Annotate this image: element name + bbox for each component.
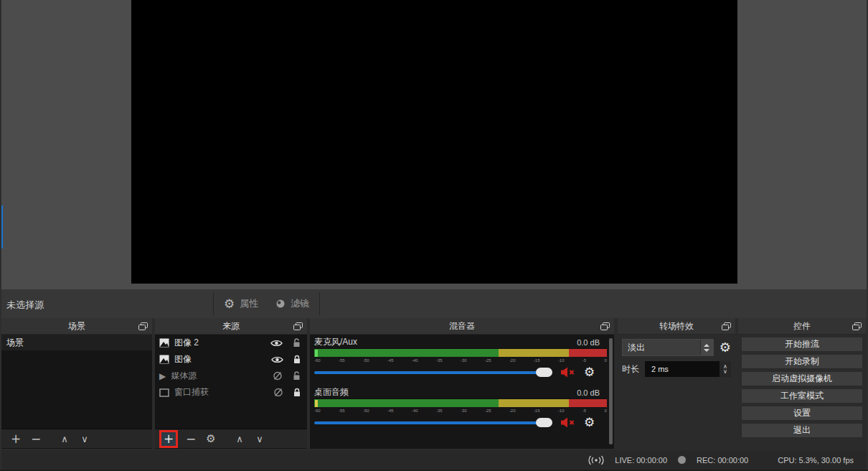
db-scale-label: -50 xyxy=(363,358,369,363)
channel-settings-gear-icon[interactable]: ⚙ xyxy=(584,416,595,429)
scene-list: 场景 xyxy=(1,335,152,429)
volume-slider-handle[interactable] xyxy=(536,418,552,427)
preview-dock xyxy=(0,0,868,289)
start-streaming-button[interactable]: 开始推流 xyxy=(741,337,863,352)
scene-transitions-panel: 转场特效 淡出 ⚙ 时长 2 ms ∧∨ xyxy=(618,318,735,449)
remove-scene-button[interactable]: − xyxy=(26,433,46,445)
scene-list-item[interactable]: 场景 xyxy=(1,335,152,350)
db-scale-label: -35 xyxy=(436,358,443,363)
preview-canvas[interactable] xyxy=(131,0,737,284)
add-source-button[interactable]: + xyxy=(159,430,178,448)
volume-slider[interactable] xyxy=(314,368,552,377)
start-recording-button[interactable]: 开始录制 xyxy=(741,354,863,369)
status-dot-icon xyxy=(678,456,686,464)
mixer-scrollbar[interactable] xyxy=(609,338,613,444)
lock-closed-icon[interactable] xyxy=(293,355,301,364)
volume-slider-handle[interactable] xyxy=(536,368,552,377)
visibility-eye-icon[interactable] xyxy=(271,355,283,364)
mute-speaker-icon[interactable] xyxy=(560,417,576,428)
popout-dock-icon[interactable] xyxy=(293,322,303,330)
db-scale-label: -40 xyxy=(412,408,418,414)
transition-select[interactable]: 淡出 xyxy=(622,339,714,356)
scenes-toolbar: + − ∧ ∨ xyxy=(1,429,152,448)
start-virtual-camera-button[interactable]: 启动虚拟摄像机 xyxy=(741,371,863,386)
db-scale-label: -50 xyxy=(363,408,369,414)
popout-dock-icon[interactable] xyxy=(600,322,610,330)
source-label: 图像 xyxy=(174,353,262,365)
add-scene-button[interactable]: + xyxy=(6,433,26,445)
source-label: 媒体源 xyxy=(171,370,263,382)
remove-source-button[interactable]: − xyxy=(181,433,201,445)
channel-level-db: 0.0 dB xyxy=(577,338,600,347)
db-scale-label: -35 xyxy=(436,408,443,414)
transitions-body: 淡出 ⚙ 时长 2 ms ∧∨ xyxy=(618,335,735,381)
source-row[interactable]: 图像 xyxy=(155,351,307,368)
transition-settings-gear-icon[interactable]: ⚙ xyxy=(720,341,731,354)
transitions-panel-title: 转场特效 xyxy=(659,320,694,332)
settings-button[interactable]: 设置 xyxy=(741,406,863,421)
db-scale-label: -60 xyxy=(314,408,321,414)
properties-button[interactable]: ⚙ 属性 xyxy=(224,297,258,310)
source-row[interactable]: 图像 2 xyxy=(155,335,307,351)
spinbox-arrows-icon[interactable]: ∧∨ xyxy=(720,361,731,377)
controls-panel-title: 控件 xyxy=(793,320,811,332)
source-row[interactable]: 窗口捕获 xyxy=(155,384,307,401)
db-scale-label: -20 xyxy=(509,408,516,414)
lock-open-icon[interactable] xyxy=(292,338,301,348)
popout-dock-icon[interactable] xyxy=(138,322,148,330)
db-scale: -60-55-50-45-40-35-30-25-20-15-10-50 xyxy=(314,408,607,414)
visibility-hidden-icon[interactable] xyxy=(273,371,283,381)
duration-spinbox[interactable]: 2 ms ∧∨ xyxy=(645,361,731,377)
sources-panel-header: 来源 xyxy=(155,318,307,335)
db-scale-label: -10 xyxy=(558,358,565,363)
studio-mode-button[interactable]: 工作室模式 xyxy=(741,388,863,404)
volume-meter xyxy=(314,398,607,407)
visibility-hidden-icon[interactable] xyxy=(273,388,283,397)
popout-dock-icon[interactable] xyxy=(852,322,862,330)
volume-meter xyxy=(314,348,607,357)
controls-panel: 控件 开始推流 开始录制 启动虚拟摄像机 工作室模式 设置 退出 xyxy=(738,318,866,449)
media-source-icon: ▶ xyxy=(159,372,166,381)
move-source-up-button[interactable]: ∧ xyxy=(230,434,250,444)
select-arrows-icon xyxy=(700,340,713,355)
sources-toolbar: + − ⚙ ∧ ∨ xyxy=(155,429,307,448)
db-scale-label: 0 xyxy=(604,408,606,414)
move-source-down-button[interactable]: ∨ xyxy=(250,434,270,444)
lock-closed-icon[interactable] xyxy=(293,388,301,397)
move-scene-down-button[interactable]: ∨ xyxy=(75,434,95,444)
live-status: LIVE: 00:00:00 xyxy=(615,456,667,465)
popout-dock-icon[interactable] xyxy=(722,322,731,330)
duration-label: 时长 xyxy=(622,363,639,376)
broadcast-signal-icon xyxy=(588,455,604,465)
status-bar: LIVE: 00:00:00 REC: 00:00:00 CPU: 5.3%, … xyxy=(0,450,868,470)
db-scale-label: -25 xyxy=(485,408,491,414)
mixer-channel-mic: 麦克风/Aux 0.0 dB -60-55-50-45-40-35-30-25-… xyxy=(314,337,610,380)
db-scale: -60-55-50-45-40-35-30-25-20-15-10-50 xyxy=(314,358,607,363)
db-scale-label: 0 xyxy=(604,358,606,363)
transition-selected-value: 淡出 xyxy=(623,340,700,355)
source-row[interactable]: ▶ 媒体源 xyxy=(155,368,307,384)
window-capture-icon xyxy=(159,388,169,397)
lock-open-icon[interactable] xyxy=(292,371,301,381)
db-scale-label: -15 xyxy=(534,408,540,414)
channel-name: 桌面音频 xyxy=(314,386,349,398)
db-scale-label: -45 xyxy=(387,358,394,363)
source-label: 图像 2 xyxy=(174,337,261,349)
volume-slider-track xyxy=(314,371,552,374)
move-scene-up-button[interactable]: ∧ xyxy=(55,434,75,444)
volume-slider[interactable] xyxy=(314,418,552,427)
visibility-eye-icon[interactable] xyxy=(270,339,283,348)
meter-peak-indicator xyxy=(315,350,318,357)
channel-settings-gear-icon[interactable]: ⚙ xyxy=(584,366,595,378)
channel-name: 麦克风/Aux xyxy=(314,336,357,348)
exit-button[interactable]: 退出 xyxy=(741,423,863,438)
source-properties-gear-icon[interactable]: ⚙ xyxy=(201,434,221,444)
filters-button[interactable]: 滤镜 xyxy=(275,297,309,310)
filters-icon xyxy=(275,299,286,309)
mute-speaker-icon[interactable] xyxy=(560,367,576,378)
filters-label: 滤镜 xyxy=(291,297,309,310)
audio-mixer-panel: 混音器 麦克风/Aux 0.0 dB -60-55-50-45-40-35-30… xyxy=(310,318,614,449)
window-edge-left xyxy=(0,0,1,471)
db-scale-label: -5 xyxy=(582,358,586,363)
properties-gear-icon: ⚙ xyxy=(224,298,235,310)
